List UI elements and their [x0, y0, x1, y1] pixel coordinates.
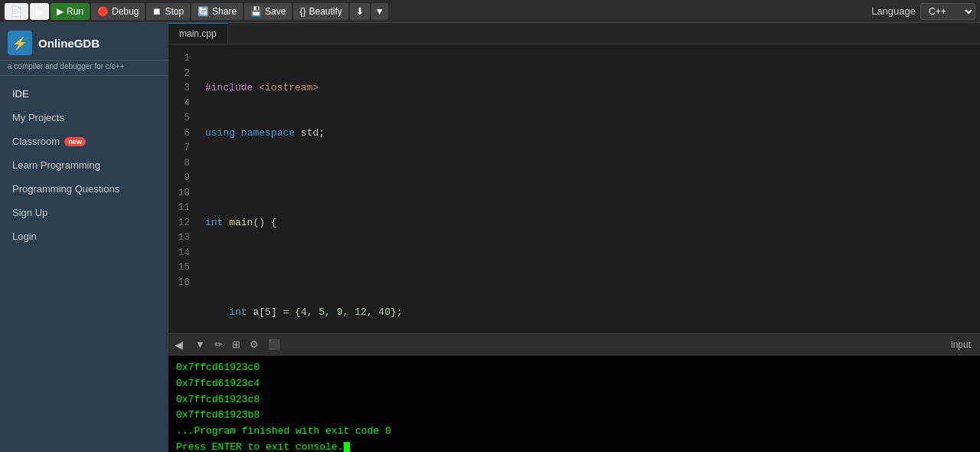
save-button[interactable]: 💾 Save — [244, 3, 292, 20]
tab-bar: main.cpp — [168, 23, 980, 44]
code-content[interactable]: #include <iostream> using namespace std;… — [199, 44, 980, 333]
tab-main-cpp[interactable]: main.cpp — [168, 23, 228, 44]
tab-filename: main.cpp — [179, 28, 217, 39]
sidebar-item-my-projects[interactable]: My Projects — [0, 106, 168, 129]
more-button[interactable]: ▼ — [371, 3, 388, 20]
language-selector: Language C++ C Python Java — [871, 3, 975, 20]
new-file-icon: 📄 — [11, 6, 22, 17]
run-button[interactable]: ▶ Run — [51, 3, 90, 20]
learn-programming-label: Learn Programming — [12, 159, 100, 171]
main-area: ⚡ OnlineGDB a compiler and debugger for … — [0, 23, 980, 452]
share-label: Share — [212, 6, 237, 17]
programming-questions-label: Programming Questions — [12, 183, 119, 195]
debug-icon: 🔴 — [97, 6, 109, 17]
line-numbers: 12345 678910 1112131415 16 — [168, 44, 199, 333]
stop-icon: ⏹ — [152, 6, 162, 17]
sidebar-nav: IDE My Projects Classroom new Learn Prog… — [0, 76, 168, 254]
debug-label: Debug — [112, 6, 139, 17]
beautify-label: Beautify — [309, 6, 341, 17]
stop-button[interactable]: ⏹ Stop — [146, 3, 190, 20]
sidebar-item-classroom[interactable]: Classroom new — [0, 129, 168, 153]
chevron-down-icon: ▼ — [375, 6, 384, 17]
new-file-button[interactable]: 📄 — [5, 3, 28, 20]
beautify-icon: {} — [299, 6, 305, 17]
run-icon: ▶ — [57, 6, 64, 17]
collapse-button[interactable]: ◀ — [172, 337, 186, 352]
download-button[interactable]: ⬇ — [350, 3, 370, 20]
code-editor[interactable]: 12345 678910 1112131415 16 #include <ios… — [168, 44, 980, 333]
login-label: Login — [12, 231, 37, 242]
sign-up-label: Sign Up — [12, 207, 47, 218]
open-file-button[interactable]: ▶ — [30, 3, 49, 20]
console-output: 0x7ffcd61923c00x7ffcd61923c40x7ffcd61923… — [168, 355, 980, 452]
sidebar-item-sign-up[interactable]: Sign Up — [0, 201, 168, 224]
app-subtitle: a compiler and debugger for c/c++ — [0, 61, 168, 76]
run-label: Run — [67, 6, 83, 17]
language-label: Language — [871, 5, 916, 17]
download-icon: ⬇ — [356, 6, 364, 17]
sidebar-item-login[interactable]: Login — [0, 224, 168, 248]
debug-button[interactable]: 🔴 Debug — [91, 3, 145, 20]
bottom-edit-button[interactable]: ✏ — [211, 337, 226, 352]
sidebar-item-learn-programming[interactable]: Learn Programming — [0, 153, 168, 177]
app-title: OnlineGDB — [38, 37, 100, 50]
sidebar-logo: ⚡ OnlineGDB — [0, 23, 168, 61]
ide-label: IDE — [12, 88, 29, 100]
stop-label: Stop — [165, 6, 184, 17]
bottom-toolbar: ◀ ▼ ✏ ⊞ ⚙ ⬛ input — [168, 334, 980, 355]
sidebar-item-programming-questions[interactable]: Programming Questions — [0, 177, 168, 201]
editor-area: main.cpp 12345 678910 1112131415 16 #inc… — [168, 23, 980, 452]
bottom-settings-button[interactable]: ⚙ — [247, 337, 262, 352]
app-logo-icon: ⚡ — [8, 31, 32, 55]
classroom-badge: new — [64, 137, 86, 146]
share-button[interactable]: 🔄 Share — [191, 3, 243, 20]
share-icon: 🔄 — [198, 6, 209, 17]
bottom-terminal-button[interactable]: ⬛ — [265, 337, 283, 352]
bottom-columns-button[interactable]: ⊞ — [229, 337, 243, 352]
open-file-icon: ▶ — [36, 6, 43, 17]
beautify-button[interactable]: {} Beautify — [293, 3, 348, 20]
sidebar: ⚡ OnlineGDB a compiler and debugger for … — [0, 23, 168, 452]
save-icon: 💾 — [250, 6, 262, 17]
bottom-chevron-button[interactable]: ▼ — [192, 337, 208, 352]
input-label: input — [951, 339, 977, 350]
bottom-panel: ◀ ▼ ✏ ⊞ ⚙ ⬛ input 0x7ffcd61923c00x7ffcd6… — [168, 333, 980, 452]
language-select[interactable]: C++ C Python Java — [920, 3, 975, 20]
save-label: Save — [265, 6, 286, 17]
classroom-label: Classroom — [12, 136, 60, 147]
my-projects-label: My Projects — [12, 112, 64, 123]
sidebar-item-ide[interactable]: IDE — [0, 82, 168, 106]
toolbar: 📄 ▶ ▶ Run 🔴 Debug ⏹ Stop 🔄 Share 💾 Save … — [0, 0, 980, 23]
